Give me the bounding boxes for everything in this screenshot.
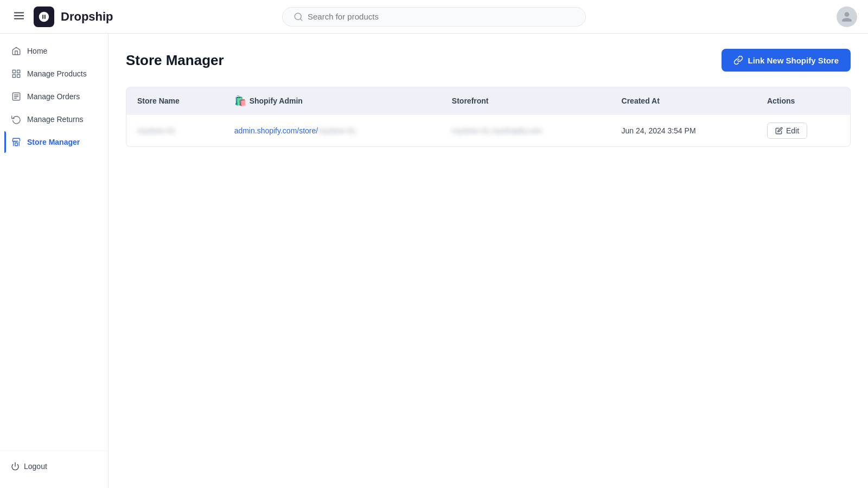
main-content: Store Manager Link New Shopify Store Sto… — [108, 34, 868, 488]
col-storefront: Storefront — [441, 87, 611, 115]
sidebar-label-home: Home — [27, 47, 47, 55]
user-area — [749, 7, 857, 27]
sidebar-label-manage-returns: Manage Returns — [27, 115, 84, 124]
active-indicator — [4, 131, 6, 153]
logo-icon — [34, 7, 54, 27]
col-shopify-admin: 🛍️ Shopify Admin — [224, 87, 441, 115]
logo-area: Dropship — [11, 7, 119, 27]
sidebar-label-store-manager: Store Manager — [27, 138, 80, 146]
cell-storefront: mystore-01.myshopify.com — [441, 115, 611, 147]
storefront-blur: mystore-01.myshopify.com — [452, 126, 542, 135]
sidebar-item-manage-products[interactable]: Manage Products — [4, 63, 104, 85]
power-icon — [11, 462, 20, 471]
table-body: mystore-01 admin.shopify.com/store/mysto… — [126, 115, 850, 147]
cell-created-at: Jun 24, 2024 3:54 PM — [611, 115, 756, 147]
main-header: Store Manager Link New Shopify Store — [126, 49, 851, 72]
cell-shopify-admin: admin.shopify.com/store/mystore-01 — [224, 115, 441, 147]
svg-rect-5 — [12, 70, 15, 73]
cell-actions: Edit — [756, 115, 850, 147]
table-header-row: Store Name 🛍️ Shopify Admin Storefront — [126, 87, 850, 115]
col-actions: Actions — [756, 87, 850, 115]
page-title: Store Manager — [126, 52, 224, 69]
sidebar-item-store-manager-wrapper: Store Manager — [4, 131, 104, 153]
edit-button[interactable]: Edit — [767, 123, 807, 139]
sidebar-nav: Home Manage Products — [0, 40, 108, 451]
svg-rect-7 — [12, 75, 15, 78]
logout-button[interactable]: Logout — [11, 458, 97, 475]
search-bar — [282, 7, 586, 27]
orders-icon — [11, 91, 22, 102]
search-input[interactable] — [308, 12, 575, 21]
search-area — [119, 7, 749, 27]
sidebar-item-home[interactable]: Home — [4, 40, 104, 62]
returns-icon — [11, 114, 22, 125]
col-created-at: Created At — [611, 87, 756, 115]
header: Dropship — [0, 0, 868, 34]
app-name: Dropship — [61, 10, 113, 24]
shopify-bag-icon: 🛍️ — [234, 95, 246, 107]
table: Store Name 🛍️ Shopify Admin Storefront — [126, 87, 850, 146]
sidebar-label-manage-orders: Manage Orders — [27, 92, 80, 101]
home-icon — [11, 46, 22, 56]
svg-rect-8 — [17, 75, 20, 78]
sidebar-label-manage-products: Manage Products — [27, 69, 87, 78]
hamburger-button[interactable] — [11, 8, 27, 25]
sidebar-item-manage-returns[interactable]: Manage Returns — [4, 108, 104, 130]
layout: Home Manage Products — [0, 34, 868, 488]
store-name-value: mystore-01 — [137, 126, 175, 135]
store-table: Store Name 🛍️ Shopify Admin Storefront — [126, 87, 851, 147]
sidebar-item-manage-orders[interactable]: Manage Orders — [4, 86, 104, 107]
col-store-name: Store Name — [126, 87, 224, 115]
edit-label: Edit — [786, 126, 799, 135]
avatar[interactable] — [837, 7, 857, 27]
shopify-admin-link[interactable]: admin.shopify.com/store/mystore-01 — [234, 126, 356, 135]
sidebar-bottom: Logout — [0, 451, 108, 481]
shopify-admin-blur: mystore-01 — [318, 126, 356, 135]
logout-label: Logout — [24, 462, 47, 471]
search-icon — [293, 12, 303, 22]
store-icon — [11, 137, 22, 147]
link-new-shopify-store-button[interactable]: Link New Shopify Store — [722, 49, 851, 72]
products-icon — [11, 68, 22, 79]
svg-line-4 — [300, 18, 302, 20]
link-button-label: Link New Shopify Store — [748, 56, 839, 65]
created-at-value: Jun 24, 2024 3:54 PM — [622, 126, 696, 135]
sidebar: Home Manage Products — [0, 34, 108, 488]
table-row: mystore-01 admin.shopify.com/store/mysto… — [126, 115, 850, 147]
storefront-link[interactable]: mystore-01.myshopify.com — [452, 126, 542, 135]
link-icon — [733, 55, 743, 65]
edit-icon — [775, 127, 783, 134]
sidebar-item-store-manager[interactable]: Store Manager — [4, 131, 104, 153]
table-header: Store Name 🛍️ Shopify Admin Storefront — [126, 87, 850, 115]
svg-rect-6 — [17, 70, 20, 73]
svg-rect-13 — [15, 143, 18, 146]
cell-store-name: mystore-01 — [126, 115, 224, 147]
